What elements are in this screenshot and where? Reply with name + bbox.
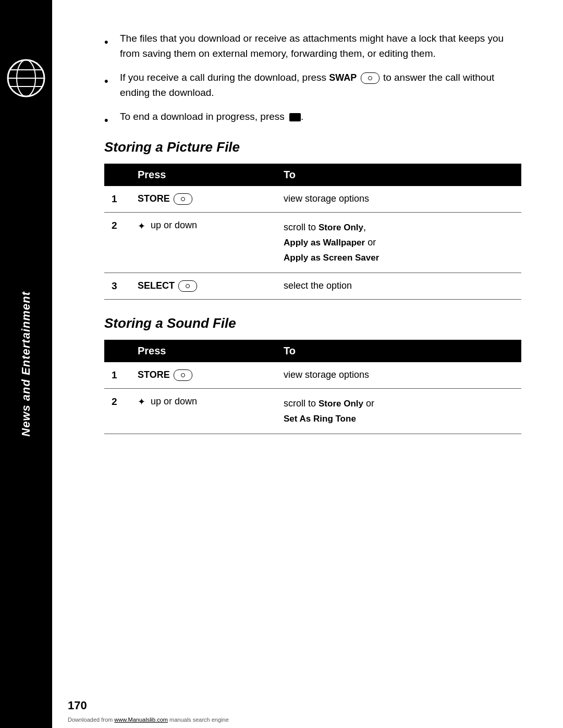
main-content: • The files that you download or receive… <box>104 21 521 434</box>
apply-wallpaper-option: Apply as Wallpaper <box>284 238 365 248</box>
nav-cross-icon: ✦ <box>138 396 145 408</box>
page-container: News and Entertainment • The files that … <box>0 0 563 728</box>
list-item: • The files that you download or receive… <box>104 31 521 61</box>
page-number: 170 <box>68 699 87 712</box>
press-cell: SELECT <box>130 273 276 299</box>
select-key-label: SELECT <box>138 280 175 291</box>
picture-table: Press To 1 STORE view storage options <box>104 164 521 300</box>
to-cell: view storage options <box>276 186 521 213</box>
bullet-text: To end a download in progress, press . <box>120 109 521 125</box>
store-button-icon <box>174 369 192 381</box>
bullet-dot: • <box>104 33 114 51</box>
step-number: 1 <box>104 186 130 213</box>
footer: Downloaded from www.Manualslib.com manua… <box>68 717 229 723</box>
nav-cross-icon: ✦ <box>138 220 145 232</box>
table-row: 1 STORE view storage options <box>104 186 521 213</box>
bullet-text: If you receive a call during the downloa… <box>120 70 521 100</box>
store-button-icon <box>174 193 192 205</box>
to-cell: select the option <box>276 273 521 299</box>
bullet-text: The files that you download or receive a… <box>120 31 521 61</box>
swap-label: SWAP <box>329 72 357 83</box>
select-button-icon <box>178 280 197 292</box>
picture-section: Storing a Picture File Press To 1 STORE <box>104 139 521 300</box>
table-row: 2 ✦ up or down scroll to Store Only, App… <box>104 213 521 273</box>
step-number: 1 <box>104 362 130 389</box>
table-header-row: Press To <box>104 340 521 362</box>
footer-suffix: manuals search engine <box>168 717 229 723</box>
sound-section-heading: Storing a Sound File <box>104 315 521 331</box>
table-header-step <box>104 340 130 362</box>
button-inner-dot <box>186 284 190 288</box>
store-key-label: STORE <box>138 193 170 204</box>
store-key-label: STORE <box>138 369 170 380</box>
footer-prefix: Downloaded from <box>68 717 114 723</box>
to-cell: view storage options <box>276 362 521 389</box>
scroll-line: scroll to Store Only or Set As Ring Tone <box>284 398 374 424</box>
step-number: 2 <box>104 213 130 273</box>
set-ringtone-option: Set As Ring Tone <box>284 414 356 424</box>
button-inner-dot <box>181 197 185 201</box>
table-row: 1 STORE view storage options <box>104 362 521 389</box>
sidebar: News and Entertainment <box>0 0 52 728</box>
to-cell: scroll to Store Only, Apply as Wallpaper… <box>276 213 521 273</box>
press-cell: STORE <box>130 362 276 389</box>
press-cell: ✦ up or down <box>130 389 276 434</box>
list-item: • To end a download in progress, press . <box>104 109 521 129</box>
footer-link[interactable]: www.Manualslib.com <box>114 717 168 723</box>
button-inner-dot <box>181 373 185 377</box>
press-cell: ✦ up or down <box>130 213 276 273</box>
picture-section-heading: Storing a Picture File <box>104 139 521 155</box>
sidebar-label: News and Entertainment <box>19 291 33 437</box>
to-cell: scroll to Store Only or Set As Ring Tone <box>276 389 521 434</box>
press-cell: STORE <box>130 186 276 213</box>
sound-table: Press To 1 STORE view storage options <box>104 340 521 434</box>
table-header-to: To <box>276 164 521 186</box>
button-inner-dot <box>368 76 372 80</box>
end-download-icon <box>289 113 301 121</box>
table-header-press: Press <box>130 340 276 362</box>
scroll-line: scroll to Store Only, Apply as Wallpaper… <box>284 222 379 263</box>
globe-icon <box>5 57 47 99</box>
table-header-press: Press <box>130 164 276 186</box>
table-header-to: To <box>276 340 521 362</box>
table-row: 3 SELECT select the option <box>104 273 521 299</box>
swap-button-icon <box>361 72 380 84</box>
step-number: 3 <box>104 273 130 299</box>
table-header-step <box>104 164 130 186</box>
bullet-dot: • <box>104 72 114 90</box>
bullet-list: • The files that you download or receive… <box>104 31 521 129</box>
table-header-row: Press To <box>104 164 521 186</box>
store-only-option: Store Only <box>319 399 363 409</box>
bullet-dot: • <box>104 112 114 129</box>
list-item: • If you receive a call during the downl… <box>104 70 521 100</box>
store-only-option: Store Only <box>319 223 363 232</box>
globe-icon-area <box>5 57 47 99</box>
step-number: 2 <box>104 389 130 434</box>
apply-screensaver-option: Apply as Screen Saver <box>284 253 379 263</box>
sound-section: Storing a Sound File Press To 1 STORE <box>104 315 521 434</box>
table-row: 2 ✦ up or down scroll to Store Only or S… <box>104 389 521 434</box>
